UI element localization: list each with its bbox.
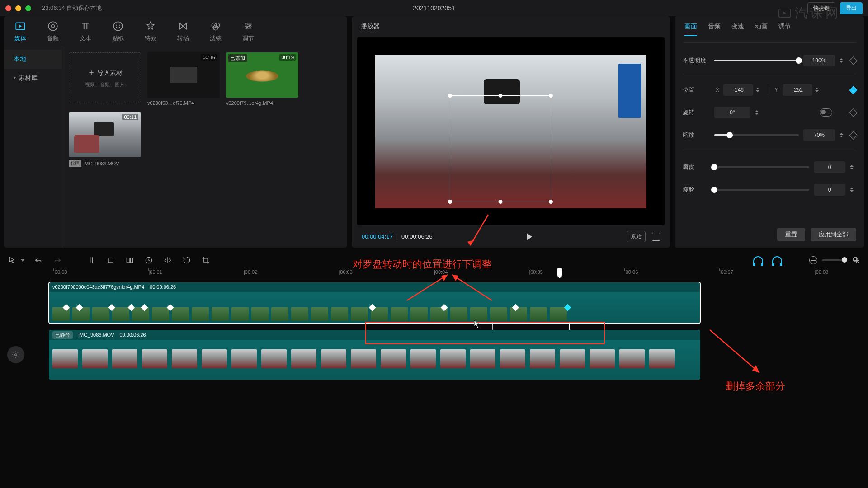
export-button[interactable]: 导出 — [840, 2, 863, 14]
media-clip[interactable]: 已添加00:19 v0200f79…or4g.MP4 — [226, 52, 298, 106]
close-window-icon[interactable] — [5, 5, 11, 11]
resize-handle[interactable] — [499, 200, 503, 204]
face-value[interactable]: 0 — [814, 184, 845, 196]
scale-stepper[interactable] — [840, 129, 846, 141]
keyframe-icon[interactable] — [512, 304, 519, 311]
y-stepper[interactable] — [815, 84, 821, 96]
svg-point-5 — [119, 25, 120, 26]
keyframe-toggle[interactable] — [849, 108, 857, 117]
maximize-window-icon[interactable] — [25, 5, 31, 11]
opacity-stepper[interactable] — [840, 55, 846, 66]
resize-handle[interactable] — [549, 200, 553, 204]
tab-filter[interactable]: 滤镜 — [206, 19, 225, 44]
play-button[interactable] — [527, 233, 532, 240]
position-x-input[interactable]: -146 — [723, 84, 753, 96]
keyframe-icon[interactable] — [128, 304, 135, 311]
keyframe-toggle[interactable] — [849, 86, 857, 94]
effect-icon — [145, 21, 156, 32]
opacity-slider[interactable] — [714, 60, 799, 61]
redo-button[interactable] — [52, 255, 62, 265]
tab-audio[interactable]: 音频 — [43, 19, 62, 44]
media-clip[interactable]: 00:11 代理IMG_9086.MOV — [69, 112, 141, 167]
rotation-stepper[interactable] — [755, 107, 761, 118]
x-stepper[interactable] — [756, 84, 762, 96]
rotation-input[interactable]: 0° — [714, 107, 750, 118]
zoom-out-button[interactable] — [809, 256, 817, 264]
timeline-ruler[interactable]: |00:00 |00:01 |00:02 |00:03 |00:04 |00:0… — [53, 269, 846, 279]
tab-transition[interactable]: 转场 — [174, 19, 193, 44]
tab-adjust[interactable]: 调节 — [778, 23, 791, 36]
tool-tabs: 媒体 音频 文本 贴纸 特效 转场 滤镜 调节 — [4, 16, 347, 46]
smooth-slider[interactable] — [714, 166, 809, 168]
keyframe-icon[interactable] — [141, 304, 148, 311]
svg-point-9 — [245, 23, 247, 25]
zoom-in-button[interactable] — [852, 256, 861, 265]
opacity-value[interactable]: 100% — [803, 55, 835, 66]
shortcut-button[interactable]: 快捷键 — [807, 2, 835, 14]
scale-slider[interactable] — [714, 134, 799, 136]
crop-tool[interactable] — [106, 255, 116, 265]
sidebar-item-library[interactable]: 素材库 — [4, 69, 62, 88]
reset-button[interactable]: 重置 — [777, 228, 805, 241]
keyframe-icon[interactable] — [167, 304, 174, 311]
split-tool[interactable] — [87, 255, 97, 265]
scale-value[interactable]: 70% — [803, 129, 835, 141]
link-toggle[interactable] — [772, 256, 782, 264]
tab-media[interactable]: 媒体 — [11, 19, 30, 44]
mute-badge: 已静音 — [52, 331, 73, 339]
tab-audio[interactable]: 音频 — [708, 23, 721, 36]
keyframe-icon[interactable] — [564, 304, 571, 311]
media-clip[interactable]: 00:16 v0200f53…of70.MP4 — [147, 52, 220, 106]
keyframe-icon[interactable] — [108, 304, 115, 311]
keyframe-toggle[interactable] — [849, 131, 857, 139]
aspect-ratio-button[interactable]: 原始 — [627, 231, 646, 242]
face-slider[interactable] — [714, 189, 809, 191]
tool-dropdown-icon[interactable] — [21, 259, 24, 262]
minimize-window-icon[interactable] — [15, 5, 21, 11]
tab-effect[interactable]: 特效 — [141, 19, 160, 44]
tab-text[interactable]: 文本 — [76, 19, 95, 44]
apply-all-button[interactable]: 应用到全部 — [811, 228, 856, 241]
fullscreen-icon[interactable] — [652, 233, 660, 241]
keyframe-icon[interactable] — [440, 304, 448, 311]
resize-handle[interactable] — [448, 200, 452, 204]
clip-name: v0200f790000c043ac3fi776gvnlor4g.MP4 — [52, 284, 144, 290]
smooth-stepper[interactable] — [850, 161, 856, 173]
select-tool[interactable] — [7, 255, 17, 265]
resize-handle[interactable] — [448, 94, 452, 98]
rotate-tool[interactable] — [182, 255, 192, 265]
svg-point-16 — [853, 257, 858, 262]
import-media-button[interactable]: ＋ 导入素材 视频、音频、图片 — [69, 52, 141, 102]
import-hint: 视频、音频、图片 — [85, 81, 125, 88]
tab-speed[interactable]: 变速 — [731, 23, 744, 36]
sidebar-item-local[interactable]: 本地 — [4, 50, 62, 69]
timeline-clip[interactable]: 已静音 IMG_9086.MOV 00:00:06:26 — [49, 330, 700, 380]
undo-button[interactable] — [33, 255, 43, 265]
tab-sticker[interactable]: 贴纸 — [108, 19, 127, 44]
timeline-clip[interactable]: v0200f790000c043ac3fi776gvnlor4g.MP4 00:… — [49, 282, 700, 324]
playhead-handle[interactable] — [557, 268, 562, 276]
position-y-input[interactable]: -252 — [783, 84, 812, 96]
tab-picture[interactable]: 画面 — [684, 23, 697, 36]
keyframe-icon[interactable] — [75, 304, 83, 311]
freeze-tool[interactable] — [125, 255, 135, 265]
keyframe-toggle[interactable] — [849, 56, 857, 65]
resize-handle[interactable] — [499, 94, 503, 98]
smooth-value[interactable]: 0 — [814, 161, 845, 173]
snap-toggle[interactable] — [753, 256, 763, 264]
mirror-tool[interactable] — [163, 255, 173, 265]
rotation-reset-icon[interactable] — [820, 108, 832, 117]
track-settings-button[interactable] — [7, 346, 24, 363]
resize-handle[interactable] — [549, 94, 553, 98]
crop-frame-tool[interactable] — [201, 255, 211, 265]
tab-adjust[interactable]: 调节 — [239, 19, 258, 44]
keyframe-icon[interactable] — [369, 304, 376, 311]
clip-filename: 代理IMG_9086.MOV — [69, 160, 141, 167]
zoom-slider[interactable] — [822, 259, 847, 261]
reverse-tool[interactable] — [144, 255, 154, 265]
selection-box[interactable] — [450, 95, 551, 202]
tab-animation[interactable]: 动画 — [755, 23, 768, 36]
face-stepper[interactable] — [850, 184, 856, 196]
keyframe-icon[interactable] — [62, 304, 70, 311]
preview-stage[interactable] — [357, 37, 665, 225]
